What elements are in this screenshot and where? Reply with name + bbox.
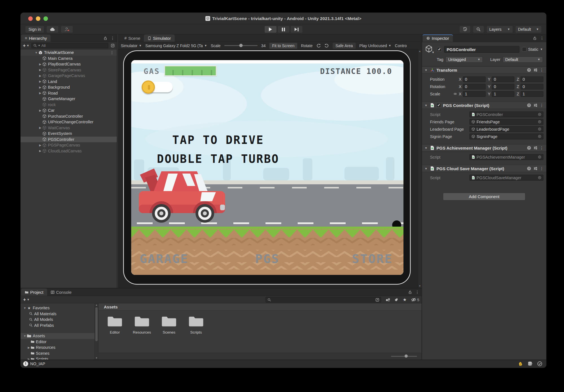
component-menu-icon[interactable]: ⋮ [540, 146, 544, 150]
presets-icon[interactable] [533, 166, 538, 171]
simulator-viewport[interactable]: GAS DISTANCE 100.0 TAP TO DRIVE DOUBLE T… [118, 49, 422, 288]
panel-menu-icon[interactable]: ⋮ [415, 290, 419, 294]
component-menu-icon[interactable]: ⋮ [540, 166, 544, 171]
hierarchy-item[interactable]: UIPriceChangeController [21, 119, 117, 125]
component-enabled-checkbox[interactable] [436, 103, 441, 108]
viewport-scrollbar[interactable]: ▲ ▼ [418, 49, 422, 288]
fit-to-screen-button[interactable]: Fit to Screen [269, 43, 297, 49]
expand-arrow-icon[interactable]: ▶ [38, 86, 42, 89]
object-picker-icon[interactable] [538, 176, 541, 179]
help-icon[interactable] [527, 146, 531, 150]
hierarchy-item[interactable]: ▶PGSPageCanvas [21, 142, 117, 148]
scroll-down-icon[interactable]: ▼ [418, 285, 422, 287]
create-asset-button[interactable]: + [23, 297, 26, 302]
expand-arrow-icon[interactable]: ▶ [38, 144, 42, 147]
panel-menu-icon[interactable]: ⋮ [540, 36, 544, 40]
activity-check-icon[interactable] [537, 361, 542, 366]
position-z-field[interactable]: 0 [521, 76, 543, 82]
rotation-y-field[interactable]: 0 [492, 84, 514, 89]
project-tree-item[interactable]: ▶Resources [21, 345, 95, 351]
asset-folder[interactable]: Resources [131, 315, 153, 334]
store-button[interactable]: STORE [352, 252, 393, 266]
help-icon[interactable] [527, 103, 531, 108]
step-button[interactable] [290, 26, 303, 33]
hierarchy-item[interactable]: ▶CloudLoadCanvas [21, 148, 117, 154]
project-tree-assets-root[interactable]: ▼Assets [21, 333, 95, 339]
expand-search-icon[interactable] [376, 298, 379, 302]
hidden-packages-toggle[interactable]: 5 [411, 297, 419, 302]
expand-arrow-icon[interactable]: ▶ [38, 91, 42, 95]
project-tree-scrollbar[interactable]: ▲▼ [95, 303, 98, 360]
project-tree-item[interactable]: Editor [21, 339, 95, 345]
position-x-field[interactable]: 0 [463, 76, 486, 82]
object-field[interactable]: LeaderboardPage [469, 126, 543, 132]
hierarchy-item[interactable]: EventSystem [21, 131, 117, 137]
scroll-up-icon[interactable]: ▲ [418, 50, 422, 52]
layout-dropdown[interactable]: Default▼ [515, 26, 542, 33]
expand-arrow-icon[interactable]: ▶ [27, 358, 31, 360]
expand-arrow-icon[interactable]: ▶ [38, 126, 42, 129]
help-icon[interactable] [527, 68, 531, 72]
hierarchy-item[interactable]: ▶Land [21, 79, 117, 85]
hierarchy-item[interactable]: ▶Car [21, 108, 117, 113]
tab-console[interactable]: Console [47, 288, 75, 296]
tab-inspector[interactable]: Inspector [423, 34, 453, 42]
expand-arrow-icon[interactable]: ▶ [27, 346, 31, 349]
project-search-input[interactable] [265, 297, 381, 303]
expand-search-icon[interactable] [111, 44, 115, 47]
asset-folder[interactable]: Scripts [185, 315, 207, 334]
pgs-button[interactable]: PGS [255, 252, 280, 266]
active-checkbox[interactable] [437, 47, 442, 52]
scale-slider[interactable] [224, 45, 258, 46]
status-message[interactable]: ! NO_IAP [23, 361, 45, 366]
play-unfocused-dropdown[interactable]: Play Unfocused▼ [359, 43, 391, 48]
tab-simulator[interactable]: Simulator [144, 34, 174, 42]
project-tree-favorites[interactable]: ▼★Favorites [21, 305, 95, 311]
scale-z-field[interactable]: 1 [521, 91, 543, 97]
object-field[interactable]: PGSAchievementManager [469, 154, 543, 160]
asset-folder[interactable]: Scenes [158, 315, 180, 334]
device-dropdown[interactable]: Samsung Galaxy Z Fold2 5G (Ta▼ [145, 43, 207, 48]
object-field[interactable]: SigninPage [469, 133, 543, 139]
hierarchy-item[interactable]: ▶Background [21, 84, 117, 90]
tab-hierarchy[interactable]: ≡ Hierarchy [21, 34, 51, 42]
hierarchy-item[interactable]: ▶Road [21, 90, 117, 96]
filter-by-label-icon[interactable] [394, 298, 398, 302]
gameobject-icon[interactable]: ▼ [425, 45, 434, 54]
version-control-icon[interactable] [518, 361, 523, 366]
filter-by-type-icon[interactable] [386, 297, 390, 302]
game-screen[interactable]: GAS DISTANCE 100.0 TAP TO DRIVE DOUBLE T… [131, 60, 403, 275]
layers-dropdown[interactable]: Layers▼ [486, 26, 513, 33]
slider-thumb[interactable] [239, 44, 243, 47]
object-picker-icon[interactable] [538, 113, 541, 116]
collapse-arrow-icon[interactable]: ▼ [23, 306, 27, 310]
fold-arrow-icon[interactable]: ▼ [425, 69, 428, 72]
chevron-down-icon[interactable]: ▼ [27, 44, 29, 47]
hierarchy-item[interactable]: GameManager [21, 96, 117, 102]
hierarchy-item[interactable]: PurchaseController [21, 113, 117, 119]
lock-icon[interactable] [104, 36, 107, 40]
garage-button[interactable]: GARAGE [140, 252, 188, 266]
component-menu-icon[interactable]: ⋮ [540, 68, 544, 72]
hierarchy-item[interactable]: PGSController [21, 137, 117, 143]
slider-thumb[interactable] [405, 354, 408, 358]
chevron-down-icon[interactable]: ▼ [27, 298, 30, 301]
object-picker-icon[interactable] [538, 127, 541, 131]
presets-icon[interactable] [533, 146, 538, 150]
add-component-button[interactable]: Add Component [443, 193, 525, 200]
play-button[interactable] [264, 26, 277, 33]
scrollbar-thumb[interactable] [95, 307, 98, 341]
hierarchy-item[interactable]: rock [21, 102, 117, 108]
project-tree-item[interactable]: All Models [21, 317, 95, 323]
sign-in-button[interactable]: Sign in [25, 26, 44, 33]
rotation-x-field[interactable]: 0 [463, 84, 486, 89]
scale-x-field[interactable]: 1 [463, 91, 486, 97]
collapse-arrow-icon[interactable]: ▼ [23, 334, 27, 338]
cloud-services-button[interactable] [46, 26, 59, 33]
simulator-dropdown[interactable]: Simulator▼ [121, 43, 142, 48]
rotate-right-icon[interactable] [324, 43, 329, 48]
pause-button[interactable] [277, 26, 290, 33]
rotate-left-icon[interactable] [316, 43, 321, 48]
safe-area-button[interactable]: Safe Area [333, 43, 356, 49]
presets-icon[interactable] [533, 68, 538, 72]
